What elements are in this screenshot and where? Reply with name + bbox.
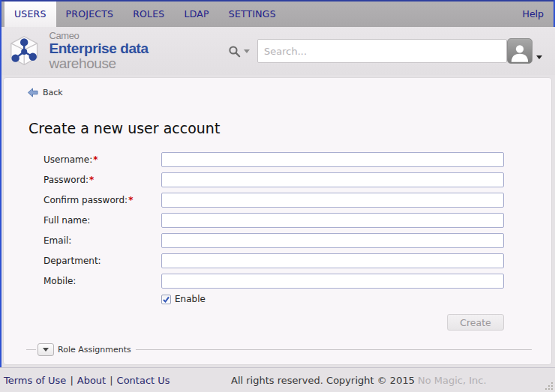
form-row: Department: [4,253,551,268]
footer-links: Terms of Use|About|Contact Us [4,375,170,386]
create-button[interactable]: Create [447,314,504,331]
field-label: Email: [44,235,161,246]
magnifier-icon [228,45,241,58]
field-label: Password:* [44,175,161,185]
footer-link-separator: | [70,375,73,386]
create-row: Create [4,314,504,331]
help-link[interactable]: Help [513,1,554,27]
form-row: Username:* [4,152,551,167]
role-divider-end [136,349,532,350]
triangle-down-icon [43,348,49,352]
role-assignments-toggle[interactable] [38,343,54,356]
role-assignments-label: Role Assignments [58,345,131,355]
footer-link-separator: | [110,375,112,386]
field-label: Confirm password:* [44,195,161,205]
check-icon [162,295,170,304]
resize-grip[interactable] [545,382,554,391]
nav-tab-roles[interactable]: ROLES [123,1,174,27]
copyright-label: All rights reserved. Copyright © 2015 [231,375,415,386]
page-title: Create a new user account [28,120,551,136]
back-link[interactable]: Back [27,88,63,97]
app-footer: Terms of Use|About|Contact Us All rights… [0,367,555,392]
required-marker: * [93,154,98,165]
email-input[interactable] [161,233,504,248]
user-avatar-icon [509,42,530,63]
user-menu-caret[interactable] [536,55,542,59]
content-panel: Back Create a new user account Username:… [3,77,552,365]
search-button[interactable] [228,45,241,58]
footer-link-terms-of-use[interactable]: Terms of Use [4,375,66,386]
enable-row: Enable [161,294,551,304]
role-assignments-section: Role Assignments [26,343,532,356]
field-label: Department: [44,256,161,266]
search-input[interactable] [257,39,507,63]
nav-tab-ldap[interactable]: LDAP [174,1,218,27]
search-area [228,39,507,63]
full-name-input[interactable] [161,213,504,228]
arrow-left-icon [27,88,38,97]
logo-text: Cameo Enterprise data warehouse [49,31,213,71]
mobile-input[interactable] [161,274,504,289]
form-row: Confirm password:* [4,193,551,208]
user-menu-button[interactable] [507,38,532,64]
form-row: Password:* [4,172,551,187]
form-row: Full name: [4,213,551,228]
username-input[interactable] [161,152,504,167]
back-label: Back [43,88,63,97]
field-label: Full name: [44,215,161,226]
enable-checkbox-label: Enable [175,294,206,304]
cube-molecule-logo-icon [8,34,40,68]
footer-link-about[interactable]: About [77,375,106,386]
logo-product-name: Cameo [49,31,213,41]
window-border-left [0,0,2,367]
enable-checkbox[interactable] [161,295,171,304]
user-menu [507,38,542,64]
required-marker: * [128,195,133,205]
password-input[interactable] [161,172,504,187]
required-marker: * [89,175,94,185]
form-row: Email: [4,233,551,248]
logo-title-bold: Enterprise data [49,40,148,56]
nav-tab-settings[interactable]: SETTINGS [219,1,286,27]
nav-tab-projects[interactable]: PROJECTS [56,1,124,27]
main-nav: USERSPROJECTSROLESLDAPSETTINGS Help [0,0,555,27]
field-label: Username:* [44,154,161,165]
role-divider-start [26,349,36,350]
app-logo: Cameo Enterprise data warehouse [8,31,213,71]
company-link[interactable]: No Magic, Inc. [418,375,487,386]
form-row: Mobile: [4,274,551,289]
nav-tabs: USERSPROJECTSROLESLDAPSETTINGS [2,1,286,27]
nav-tab-users[interactable]: USERS [4,1,56,27]
app-header: Cameo Enterprise data warehouse [0,27,555,75]
footer-link-contact-us[interactable]: Contact Us [117,375,170,386]
search-scope-dropdown[interactable] [244,49,250,53]
department-input[interactable] [161,253,504,268]
logo-title-light: warehouse [49,55,116,71]
confirm-password-input[interactable] [161,193,504,208]
window-border-top [0,0,555,1]
field-label: Mobile: [44,276,161,286]
user-form: Username:*Password:*Confirm password:*Fu… [4,152,551,289]
copyright-text: All rights reserved. Copyright © 2015No … [231,375,487,386]
